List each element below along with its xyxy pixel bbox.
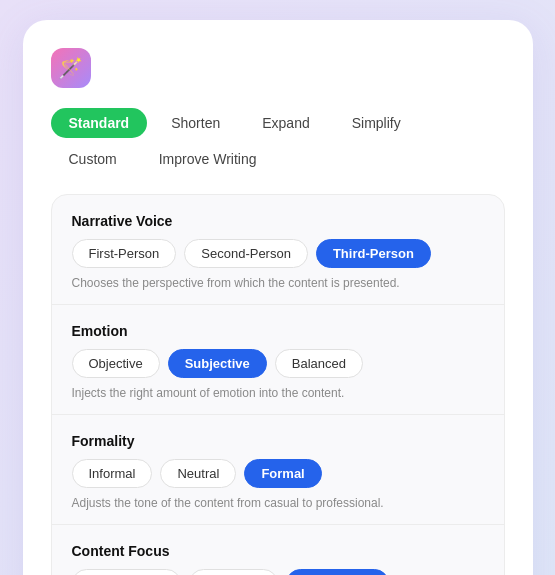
- option-emotion-subjective[interactable]: Subjective: [168, 349, 267, 378]
- option-group-emotion: ObjectiveSubjectiveBalanced: [72, 349, 484, 378]
- setting-desc-emotion: Injects the right amount of emotion into…: [72, 386, 484, 400]
- option-emotion-balanced[interactable]: Balanced: [275, 349, 363, 378]
- option-group-narrative-voice: First-PersonSecond-PersonThird-Person: [72, 239, 484, 268]
- setting-label-narrative-voice: Narrative Voice: [72, 213, 484, 229]
- setting-row-content-focus: Content FocusInformationalAnalyticalPers…: [52, 525, 504, 575]
- setting-row-narrative-voice: Narrative VoiceFirst-PersonSecond-Person…: [52, 195, 504, 305]
- set-goals-card: 🪄 StandardShortenExpandSimplifyCustomImp…: [23, 20, 533, 575]
- option-group-formality: InformalNeutralFormal: [72, 459, 484, 488]
- tab-shorten[interactable]: Shorten: [153, 108, 238, 138]
- header-icon: 🪄: [51, 48, 91, 88]
- tab-standard[interactable]: Standard: [51, 108, 148, 138]
- option-group-content-focus: InformationalAnalyticalPersuasiveNarrati…: [72, 569, 484, 575]
- setting-row-emotion: EmotionObjectiveSubjectiveBalancedInject…: [52, 305, 504, 415]
- option-narrative-voice-first-person[interactable]: First-Person: [72, 239, 177, 268]
- setting-label-formality: Formality: [72, 433, 484, 449]
- setting-label-emotion: Emotion: [72, 323, 484, 339]
- option-narrative-voice-second-person[interactable]: Second-Person: [184, 239, 308, 268]
- option-emotion-objective[interactable]: Objective: [72, 349, 160, 378]
- setting-desc-narrative-voice: Chooses the perspective from which the c…: [72, 276, 484, 290]
- option-content-focus-informational[interactable]: Informational: [72, 569, 181, 575]
- option-formality-informal[interactable]: Informal: [72, 459, 153, 488]
- setting-desc-formality: Adjusts the tone of the content from cas…: [72, 496, 484, 510]
- tab-expand[interactable]: Expand: [244, 108, 327, 138]
- option-content-focus-analytical[interactable]: Analytical: [189, 569, 279, 575]
- setting-row-formality: FormalityInformalNeutralFormalAdjusts th…: [52, 415, 504, 525]
- tabs-bar: StandardShortenExpandSimplifyCustomImpro…: [51, 108, 505, 174]
- option-content-focus-persuasive[interactable]: Persuasive: [286, 569, 389, 575]
- option-narrative-voice-third-person[interactable]: Third-Person: [316, 239, 431, 268]
- header: 🪄: [51, 48, 505, 88]
- option-formality-neutral[interactable]: Neutral: [160, 459, 236, 488]
- setting-label-content-focus: Content Focus: [72, 543, 484, 559]
- tab-improve-writing[interactable]: Improve Writing: [141, 144, 275, 174]
- option-formality-formal[interactable]: Formal: [244, 459, 321, 488]
- tab-simplify[interactable]: Simplify: [334, 108, 419, 138]
- wand-icon: 🪄: [58, 56, 83, 80]
- tab-custom[interactable]: Custom: [51, 144, 135, 174]
- settings-panel: Narrative VoiceFirst-PersonSecond-Person…: [51, 194, 505, 575]
